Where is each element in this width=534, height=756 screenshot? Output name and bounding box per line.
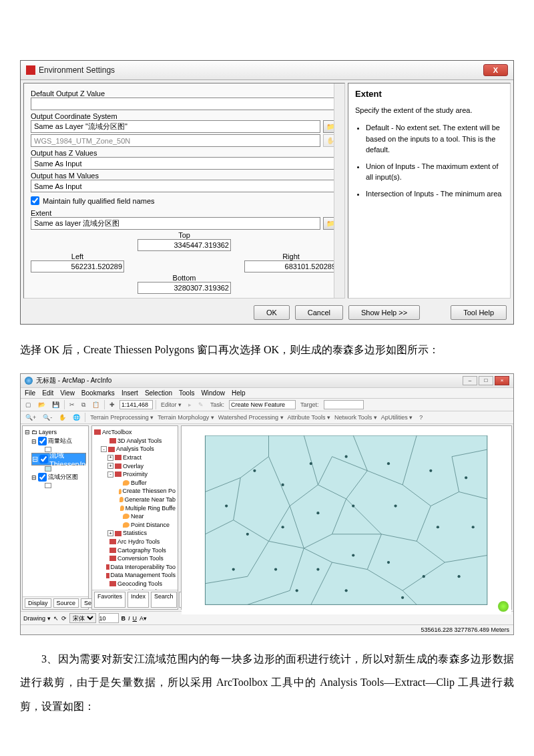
tool-item[interactable]: Generate Near Tab (114, 496, 176, 504)
toolbox-item[interactable]: Data Interoperability Too (101, 563, 176, 572)
font-select[interactable]: 宋体 (69, 613, 96, 623)
paste-icon[interactable]: 📋 (90, 401, 101, 409)
toc-layer[interactable]: ⊟流域分区图 (31, 472, 86, 482)
toolbox-tab[interactable]: Search (151, 592, 177, 608)
svg-point-14 (437, 526, 439, 528)
toolbox-tab[interactable]: Favorites (94, 592, 125, 608)
toolbox-item[interactable]: Data Management Tools (101, 571, 176, 580)
has-z-select[interactable] (31, 157, 338, 170)
refresh-icon[interactable] (498, 601, 509, 612)
hydro-menu-item[interactable]: Watershed Processing ▾ (216, 413, 286, 421)
toolbox-tab[interactable]: Index (127, 592, 149, 608)
toolbox-item[interactable]: Geocoding Tools (101, 580, 176, 588)
tool-item[interactable]: Create Thiessen Po (114, 487, 176, 496)
toolbox-item[interactable]: Conversion Tools (101, 554, 176, 563)
tool-item[interactable]: Near (114, 512, 176, 521)
extent-select[interactable] (31, 217, 320, 230)
menu-item[interactable]: Window (201, 389, 225, 397)
maximize-button[interactable]: □ (479, 376, 493, 385)
left-input[interactable] (31, 260, 124, 272)
hydro-menu-item[interactable]: Terrain Morphology ▾ (156, 413, 216, 421)
new-icon[interactable]: ▢ (23, 401, 33, 409)
tool-item[interactable]: Multiple Ring Buffe (114, 504, 176, 513)
task-select[interactable] (229, 400, 296, 409)
toolbox-item[interactable]: 3D Analyst Tools (101, 437, 176, 445)
toolbox-item[interactable]: -Proximity (107, 470, 176, 479)
default-z-input[interactable] (31, 98, 338, 110)
menu-item[interactable]: Tools (179, 389, 194, 397)
cancel-button[interactable]: Cancel (295, 305, 343, 320)
menu-item[interactable]: Insert (121, 389, 138, 397)
top-input[interactable] (138, 239, 231, 251)
minimize-button[interactable]: – (463, 376, 477, 385)
svg-point-5 (345, 455, 348, 458)
scale-input[interactable] (119, 400, 153, 409)
zoom-in-icon[interactable]: 🔍+ (23, 413, 38, 421)
save-icon[interactable]: 💾 (50, 401, 61, 409)
scrollbar[interactable] (334, 83, 344, 298)
right-input[interactable] (244, 260, 338, 272)
full-extent-icon[interactable]: 🌐 (71, 413, 82, 421)
hydro-menu-item[interactable]: ApUtilities ▾ (379, 413, 415, 421)
menu-item[interactable]: File (25, 389, 35, 397)
coord-sys-select[interactable] (31, 120, 320, 133)
toolbox-panel: ArcToolbox 3D Analyst Tools-Analysis Too… (91, 425, 178, 610)
help-icon[interactable]: ? (417, 413, 425, 421)
layer-symbol[interactable] (45, 482, 86, 489)
open-icon[interactable]: 📂 (36, 401, 47, 409)
hydro-menu-item[interactable]: Attribute Tools ▾ (286, 413, 332, 421)
toolbox-item[interactable]: +Extract (107, 453, 176, 462)
tool-item[interactable]: Buffer (114, 479, 176, 488)
menu-item[interactable]: Selection (145, 389, 172, 397)
ok-button[interactable]: OK (254, 305, 290, 320)
maintain-checkbox[interactable] (31, 196, 39, 205)
font-color-icon[interactable]: A▾ (140, 615, 147, 622)
layer-checkbox[interactable] (38, 473, 47, 482)
hydro-menu-item[interactable]: Network Tools ▾ (332, 413, 379, 421)
toolbox-item[interactable]: Arc Hydro Tools (101, 538, 176, 546)
bottom-input[interactable] (138, 282, 231, 294)
layer-checkbox[interactable] (39, 455, 48, 463)
font-size-input[interactable] (99, 613, 119, 623)
tool-item[interactable]: Point Distance (114, 521, 176, 530)
maintain-label: Maintain fully qualified field names (43, 197, 155, 205)
toolbox-item[interactable]: +Overlay (107, 462, 176, 471)
add-data-icon[interactable]: ✚ (107, 401, 117, 409)
arcmap-titlebar[interactable]: 无标题 - ArcMap - ArcInfo – □ × (21, 374, 513, 388)
show-help-button[interactable]: Show Help >> (348, 305, 420, 320)
toolbox-item[interactable]: +Statistics (107, 529, 176, 538)
toolbox-root[interactable]: ArcToolbox (94, 428, 176, 437)
zoom-out-icon[interactable]: 🔍- (41, 413, 54, 421)
close-button[interactable]: X (483, 64, 508, 76)
menu-item[interactable]: Edit (42, 389, 53, 397)
pan-icon[interactable]: ✋ (57, 413, 68, 421)
has-m-select[interactable] (31, 180, 338, 192)
italic-icon[interactable]: I (128, 615, 130, 622)
toc-tab[interactable]: Source (53, 598, 79, 608)
select-elements-icon[interactable]: ↖ (53, 615, 59, 622)
menu-item[interactable]: Help (232, 389, 246, 397)
toc-root[interactable]: ⊟🗀Layers (25, 428, 86, 436)
toolbox-item[interactable]: -Analysis Tools (101, 445, 176, 453)
rotate-icon[interactable]: ⟳ (61, 615, 67, 622)
target-select[interactable] (324, 400, 364, 409)
map-canvas[interactable] (181, 425, 512, 610)
cut-icon[interactable]: ✂ (67, 401, 77, 409)
drawing-menu[interactable]: Drawing ▾ (23, 615, 51, 622)
hydro-menu-item[interactable]: Terrain Preprocessing ▾ (88, 413, 156, 421)
tool-help-button[interactable]: Tool Help (451, 305, 507, 320)
close-button[interactable]: × (495, 376, 509, 385)
editor-menu[interactable]: Editor ▾ (159, 401, 184, 409)
bold-icon[interactable]: B (121, 615, 126, 622)
toc-layer[interactable]: ⊟雨量站点 (31, 436, 86, 446)
layer-checkbox[interactable] (38, 437, 47, 445)
underline-icon[interactable]: U (133, 615, 138, 622)
toolbox-item[interactable]: Cartography Tools (101, 546, 176, 555)
menu-item[interactable]: View (60, 389, 75, 397)
dialog-titlebar[interactable]: Environment Settings X (21, 61, 513, 80)
svg-point-6 (387, 462, 390, 465)
toc-layer[interactable]: ⊟流域Thiessen/polygons (31, 453, 86, 465)
toc-tab[interactable]: Display (25, 598, 51, 608)
menu-item[interactable]: Bookmarks (81, 389, 115, 397)
copy-icon[interactable]: ⧉ (79, 401, 87, 409)
